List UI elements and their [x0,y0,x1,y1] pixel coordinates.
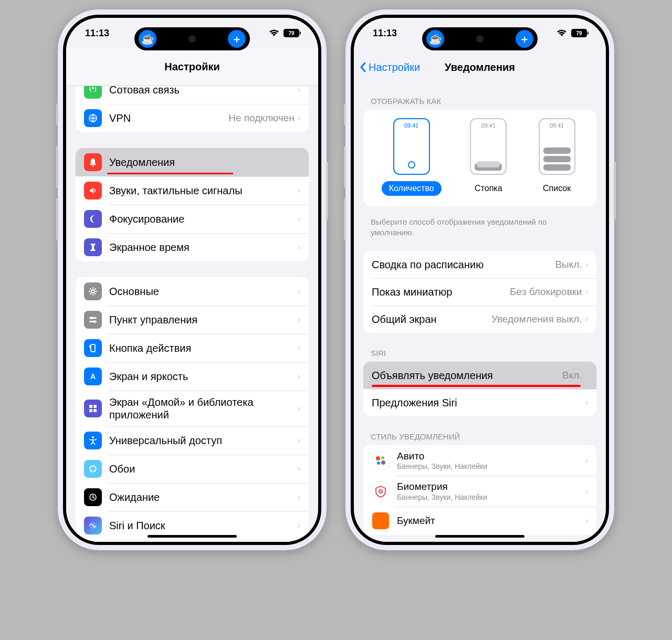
row-control-center[interactable]: Пункт управления › [76,306,309,334]
nav-title: Уведомления [445,61,515,74]
row-label: Фокусирование [109,213,298,225]
chevron-right-icon: › [298,315,300,324]
chevron-right-icon: › [585,314,588,324]
notifications-icon [84,153,102,171]
chevron-right-icon: › [298,186,300,195]
row-value: Без блокировки [510,286,582,298]
row-general[interactable]: Основные › [76,277,309,306]
chevron-right-icon: › [298,158,300,167]
svg-rect-12 [93,405,97,408]
option-stack[interactable]: 09:41 Стопка [467,118,510,196]
svg-point-6 [90,317,93,319]
row-focus[interactable]: Фокусирование › [76,205,309,233]
vpn-icon [84,109,102,127]
row-screentime[interactable]: Экранное время › [76,233,309,261]
row-display[interactable]: A Экран и яркость › [76,362,309,391]
chevron-right-icon: › [298,372,300,381]
status-time: 11:13 [373,28,397,39]
camera-dot-icon [188,35,196,43]
chevron-right-icon: › [585,487,588,496]
option-count[interactable]: 09:41 Количество [382,118,442,196]
app-icon-biometria [372,482,390,500]
row-label: Экранное время [109,241,298,254]
siri-icon [84,517,102,534]
cellular-icon [84,84,102,99]
svg-rect-9 [90,345,91,348]
status-time: 11:13 [85,28,109,39]
row-action-button[interactable]: Кнопка действия › [76,334,309,362]
row-app-biometria[interactable]: Биометрия Баннеры, Звуки, Наклейки › [363,476,596,507]
svg-point-0 [92,87,94,89]
app-name: Авито [397,450,585,463]
row-scheduled-summary[interactable]: Сводка по расписанию Выкл. › [363,251,596,278]
row-notifications[interactable]: Уведомления › [76,148,309,176]
row-label: Показ миниатюр [372,286,510,298]
battery-icon: 79 [282,29,299,37]
chevron-right-icon: › [585,516,588,526]
row-vpn[interactable]: VPN Не подключен › [76,104,309,132]
option-label: Список [536,181,578,196]
row-label: Кнопка действия [109,342,298,354]
display-icon: A [84,368,102,385]
row-label: Ожидание [109,491,298,503]
row-standby[interactable]: Ожидание › [76,483,309,511]
row-label: Обои [109,463,298,475]
chevron-right-icon: › [585,371,588,380]
row-accessibility[interactable]: Универсальный доступ › [76,426,309,455]
svg-rect-11 [89,405,92,408]
row-sounds[interactable]: Звуки, тактильные сигналы › [76,176,309,205]
chevron-right-icon: › [298,464,300,474]
svg-rect-14 [93,409,97,412]
app-name: Букмейт [397,515,585,527]
row-app-bookmate[interactable]: Букмейт › [363,507,596,535]
row-home-screen[interactable]: Экран «Домой» и библиотека приложений › [76,391,309,426]
battery-icon: 79 [570,29,587,37]
row-value: Не подключен [228,112,295,124]
row-value: Уведомления выкл. [491,313,582,325]
chevron-right-icon: › [585,398,588,407]
island-plus-icon: ＋ [228,30,246,48]
home-indicator[interactable] [148,535,237,538]
standby-icon [84,488,102,506]
home-indicator[interactable] [435,535,524,538]
row-label: Экран и яркость [109,370,298,383]
chevron-right-icon: › [298,521,300,530]
nav-bar: Настройки [66,48,318,86]
row-announce-notifications[interactable]: Объявлять уведомления Вкл. › [363,362,596,389]
row-wallpaper[interactable]: Обои › [76,455,309,483]
camera-dot-icon [476,35,484,43]
mini-phone-icon: 09:41 [393,118,430,175]
svg-rect-8 [91,344,95,352]
chevron-right-icon: › [585,287,588,297]
option-label: Количество [382,181,442,196]
row-app-avito[interactable]: Авито Баннеры, Звуки, Наклейки › [363,445,596,476]
svg-point-18 [94,467,96,468]
row-show-previews[interactable]: Показ миниатюр Без блокировки › [363,278,596,306]
row-screen-sharing[interactable]: Общий экран Уведомления выкл. › [363,306,596,333]
nav-back-button[interactable]: Настройки [359,61,420,74]
svg-point-7 [93,320,96,323]
app-icon-avito [372,452,390,469]
island-plus-icon: ＋ [516,30,533,48]
row-siri-suggestions[interactable]: Предложения Siri › [363,389,596,416]
chevron-right-icon: › [298,214,300,224]
row-label: Универсальный доступ [109,434,298,447]
option-label: Стопка [467,181,510,196]
svg-point-27 [381,456,384,459]
island-left-icon: ☕ [139,30,156,48]
island-left-icon: ☕ [426,30,444,48]
section-header-display-as: ОТОБРАЖАТЬ КАК [354,86,606,110]
mini-phone-icon: 09:41 [470,118,507,175]
wifi-icon [269,29,279,37]
chevron-right-icon: › [298,343,300,353]
row-label: VPN [109,112,228,124]
general-icon [84,282,102,300]
home-screen-icon [84,400,102,417]
option-list[interactable]: 09:41 Список [536,118,578,196]
row-label: Сводка по расписанию [372,258,555,271]
row-label: Пункт управления [109,313,298,326]
app-name: Биометрия [397,481,585,493]
row-cellular[interactable]: Сотовая связь › [76,84,309,104]
svg-point-26 [376,456,380,460]
row-faceid[interactable]: Face ID и код-пароль › [76,540,309,542]
